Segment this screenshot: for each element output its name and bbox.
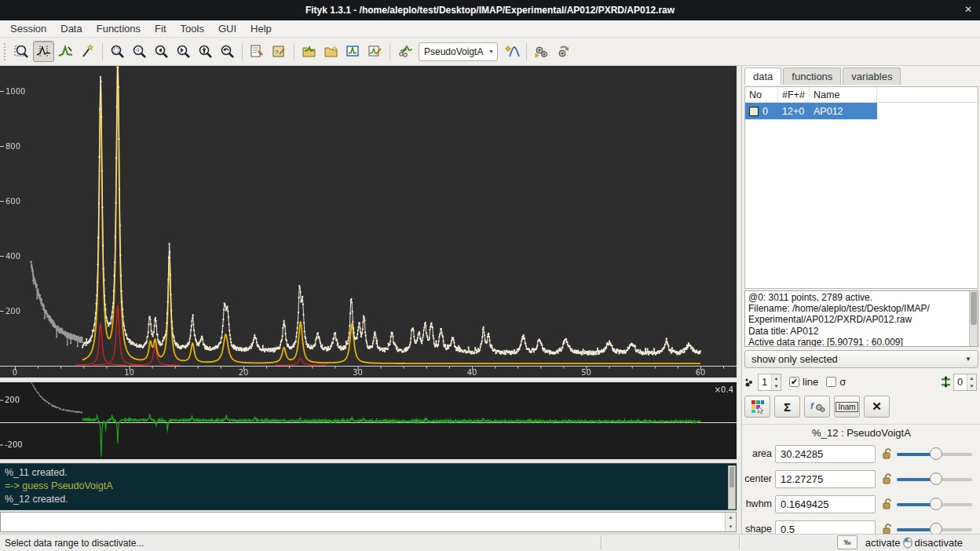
dataset-checkbox[interactable] <box>749 107 759 116</box>
function-type-value: PseudoVoigtA <box>424 46 483 57</box>
status-message: Select data range to disactivate... <box>0 538 144 549</box>
activate-label: activate <box>865 537 901 549</box>
point-size-spinner[interactable]: 1 ▲▼ <box>758 374 781 391</box>
status-separator <box>739 535 740 549</box>
info-line: Experimental/AP012/PXRD/AP012.raw <box>748 314 975 325</box>
auxiliary-plot-canvas[interactable] <box>0 382 737 459</box>
info-scrollbar[interactable] <box>969 291 978 346</box>
show-filter-value: show only selected <box>751 353 838 365</box>
zoom-undo-button[interactable] <box>217 41 238 62</box>
hwhm-slider[interactable] <box>897 497 972 511</box>
data-colors-button[interactable] <box>744 396 770 418</box>
delete-button[interactable]: ✕ <box>864 396 890 418</box>
zoom-mode-button[interactable] <box>11 41 32 62</box>
status-bar: Select data range to disactivate... <box>0 534 980 551</box>
functions-button[interactable]: f <box>804 396 830 418</box>
shift-spinner[interactable]: 0 ▲▼ <box>953 374 977 391</box>
fit-undo-button[interactable] <box>553 41 574 62</box>
sidebar-buttons: Σ f Inam ✕ <box>744 396 978 419</box>
menu-gui[interactable]: GUI <box>211 21 243 36</box>
dropdown-arrow-icon: ▾ <box>489 48 492 55</box>
function-type-dropdown[interactable]: PseudoVoigtA ▾ <box>419 42 498 61</box>
info-line: Active data range: [5.90791 : 60.009] <box>748 337 975 347</box>
run-fit-button[interactable] <box>531 41 552 62</box>
data-range-mode-button[interactable] <box>33 41 54 62</box>
dataset-cell-name[interactable]: AP012 <box>810 103 877 119</box>
sum-button[interactable]: Σ <box>774 396 800 418</box>
peak-top-toggle-button[interactable]: ‰ <box>837 535 858 549</box>
add-peak-mode-button[interactable] <box>55 41 76 62</box>
name-toggle-button[interactable]: Inam <box>834 396 860 418</box>
main-plot-canvas[interactable] <box>0 66 737 378</box>
param-label: area <box>742 448 775 459</box>
toolbar-grip <box>4 43 8 60</box>
export-plot-button[interactable] <box>342 41 364 62</box>
add-peak-drag-mode-button[interactable] <box>77 41 98 62</box>
zoom-selection-button[interactable] <box>129 41 150 62</box>
param-label: hwhm <box>742 498 775 509</box>
area-input[interactable]: 30.24285 <box>775 445 876 463</box>
title-bar: Fityk 1.3.1 - /home/aleplo/test/Desktop/… <box>0 0 980 20</box>
tab-data[interactable]: data <box>744 68 781 85</box>
toolbar-separator <box>242 43 243 60</box>
disactivate-label: disactivate <box>915 537 963 549</box>
dataset-row[interactable]: 0 12+0 AP012 <box>745 103 978 119</box>
hwhm-input[interactable]: 0.1649425 <box>775 495 876 513</box>
close-icon[interactable]: ✕ <box>964 4 972 15</box>
menu-session[interactable]: Session <box>3 21 53 36</box>
menu-bar: Session Data Functions Fit Tools GUI Hel… <box>0 20 980 38</box>
area-slider[interactable] <box>897 447 972 461</box>
toolbar-separator <box>526 43 527 60</box>
lock-icon[interactable] <box>882 448 892 460</box>
zoom-all-button[interactable] <box>107 41 128 62</box>
sigma-checkbox[interactable] <box>826 377 836 387</box>
sidebar: data functions variables No #F+# Name 0 … <box>741 66 980 534</box>
open-data-button[interactable] <box>298 41 320 62</box>
toolbar-separator <box>102 43 103 60</box>
open-data-as-button[interactable] <box>320 41 342 62</box>
show-filter-dropdown[interactable]: show only selected ▼ <box>744 350 978 368</box>
command-input-row: ▲▼ <box>0 512 737 532</box>
svg-text:?: ? <box>275 49 279 56</box>
command-history-spinner[interactable]: ▲▼ <box>725 513 736 531</box>
save-plot-button[interactable] <box>364 41 386 62</box>
tab-functions[interactable]: functions <box>783 68 841 85</box>
tab-variables[interactable]: variables <box>843 68 901 85</box>
mouse-icon <box>903 537 912 549</box>
param-row-area: area 30.24285 <box>742 443 980 465</box>
console-line: %_11 created. <box>5 466 732 480</box>
line-checkbox-label: line <box>803 376 818 388</box>
show-log-button[interactable] <box>247 41 268 62</box>
plot-style-controls: 1 ▲▼ ✔ line σ 0 ▲▼ <box>744 372 978 392</box>
center-input[interactable]: 12.27275 <box>775 470 876 488</box>
fityk-window: Fityk 1.3.1 - /home/aleplo/test/Desktop/… <box>0 0 980 551</box>
lock-icon[interactable] <box>882 473 892 485</box>
menu-data[interactable]: Data <box>53 21 89 36</box>
function-title: %_12 : PseudoVoigtA <box>742 427 980 439</box>
dataset-cell-f[interactable]: 12+0 <box>778 103 810 119</box>
param-label: shape <box>742 524 775 535</box>
menu-help[interactable]: Help <box>243 21 279 36</box>
lock-icon[interactable] <box>882 498 892 510</box>
zoom-right-button[interactable] <box>173 41 194 62</box>
zoom-vertical-button[interactable] <box>195 41 216 62</box>
column-f: #F+# <box>778 87 810 102</box>
column-name: Name <box>810 87 877 102</box>
edit-script-button[interactable]: ? <box>269 41 290 62</box>
menu-functions[interactable]: Functions <box>90 21 148 36</box>
menu-fit[interactable]: Fit <box>148 21 173 36</box>
line-checkbox[interactable]: ✔ <box>789 377 799 387</box>
toolbar-separator <box>389 43 390 60</box>
output-console: %_11 created. =-> guess PseudoVoigtA %_1… <box>0 463 737 510</box>
strip-background-button[interactable] <box>394 41 415 62</box>
menu-tools[interactable]: Tools <box>174 21 211 36</box>
command-input[interactable] <box>1 513 725 531</box>
dataset-cell-no[interactable]: 0 <box>745 103 778 119</box>
console-scrollbar[interactable] <box>728 465 736 509</box>
auto-add-peak-button[interactable] <box>501 41 522 62</box>
center-slider[interactable] <box>897 472 972 486</box>
zoom-left-button[interactable] <box>151 41 172 62</box>
toolbar: ? PseudoVoigtA ▾ <box>0 38 980 66</box>
sigma-checkbox-label: σ <box>839 376 846 388</box>
window-title: Fityk 1.3.1 - /home/aleplo/test/Desktop/… <box>305 5 675 16</box>
